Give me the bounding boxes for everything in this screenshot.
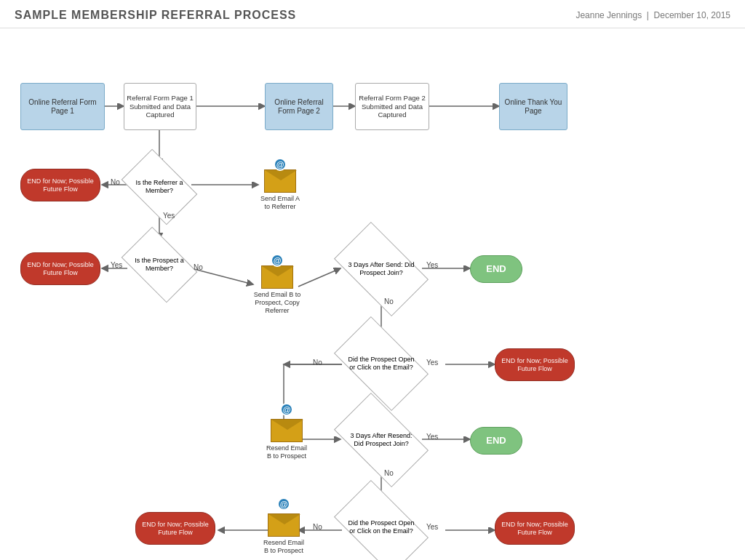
node-end-future-2: END for Now; Possible Future Flow [20, 252, 100, 285]
email-at-icon-resend2: @ [277, 497, 290, 511]
node-end-future-3: END for Now; Possible Future Flow [495, 348, 575, 381]
node-ref-form-2-submitted: Referral Form Page 2 Submitted and Data … [355, 83, 429, 130]
node-is-referrer-member: Is the Referrer a Member? [127, 165, 191, 209]
node-end-green-2: END [470, 427, 522, 455]
node-resend-email-b: @ Resend Email B to Prospect [265, 410, 308, 468]
label-yes-3days2: Yes [426, 433, 438, 441]
node-resend-email-b2: @ Resend Email B to Prospect [262, 505, 306, 560]
email-body-resend2 [268, 513, 300, 537]
node-end-green-1: END [470, 255, 522, 283]
node-send-email-b: @ Send Email B to Prospect, Copy Referre… [253, 261, 301, 319]
svg-line-11 [298, 268, 340, 287]
node-is-prospect-member: Is the Prospect a Member? [127, 243, 191, 287]
node-send-email-a: @ Send Email A to Referrer [258, 165, 302, 215]
node-ref-form-1-submitted: Referral Form Page 1 Submitted and Data … [124, 83, 196, 130]
label-no-1: No [111, 178, 120, 186]
email-body-resend [271, 419, 303, 442]
author-date: Jeanne Jennings | December 10, 2015 [575, 10, 730, 20]
label-yes-open1: Yes [426, 359, 438, 367]
node-end-future-1: END for Now; Possible Future Flow [20, 169, 100, 201]
node-online-ref-1: Online Referral Form Page 1 [20, 83, 105, 130]
label-no-2: No [194, 263, 203, 271]
diagram: Online Referral Form Page 1 Referral For… [0, 28, 745, 552]
node-end-future-4: END for Now; Possible Future Flow [495, 512, 575, 545]
label-no-3days1: No [384, 297, 394, 305]
email-body-b [261, 265, 293, 289]
page-header: SAMPLE MEMBERSHIP REFERRAL PROCESS Jeann… [0, 0, 745, 28]
email-body-a [264, 169, 296, 193]
label-yes-3days1: Yes [426, 261, 438, 269]
label-no-open1: No [313, 359, 322, 367]
label-yes-1: Yes [163, 212, 175, 220]
label-yes-2: Yes [111, 261, 122, 269]
label-yes-open2: Yes [426, 523, 438, 531]
email-at-icon-resend: @ [280, 403, 293, 416]
label-no-3days2: No [384, 469, 394, 477]
node-end-future-5: END for Now; Possible Future Flow [135, 512, 215, 545]
email-at-icon-a: @ [274, 158, 287, 171]
page-title: SAMPLE MEMBERSHIP REFERRAL PROCESS [15, 9, 296, 22]
date: December 10, 2015 [654, 10, 730, 20]
author: Jeanne Jennings [575, 10, 642, 20]
email-at-icon-b: @ [271, 254, 284, 267]
node-did-prospect-open-2: Did the Prospect Open or Click on the Em… [340, 501, 422, 553]
node-did-prospect-open-1: Did the Prospect Open or Click on the Em… [340, 337, 422, 390]
node-three-days-2: 3 Days After Resend: Did Prospect Join? [340, 414, 422, 466]
label-no-open2: No [313, 523, 322, 531]
node-online-thank-you: Online Thank You Page [499, 83, 567, 130]
node-three-days-1: 3 Days After Send: Did Prospect Join? [340, 243, 422, 295]
node-online-ref-2: Online Referral Form Page 2 [265, 83, 333, 130]
